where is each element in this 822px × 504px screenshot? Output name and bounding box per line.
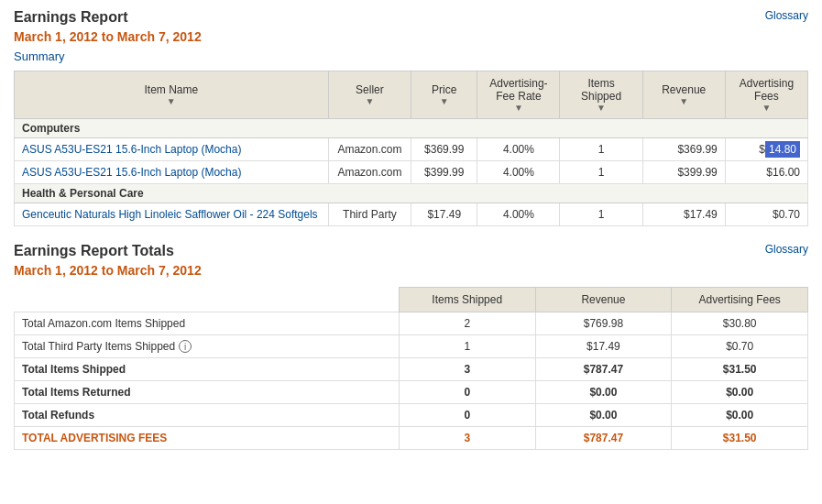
totals-items-shipped: 3 bbox=[399, 358, 535, 381]
date-range: March 1, 2012 to March 7, 2012 bbox=[14, 29, 808, 44]
totals-row: Total Amazon.com Items Shipped2$769.98$3… bbox=[15, 312, 808, 335]
totals-adv-fees: $30.80 bbox=[672, 312, 808, 335]
totals-row: Total Items Shipped3$787.47$31.50 bbox=[15, 358, 808, 381]
totals-row: Total Third Party Items Shippedi1$17.49$… bbox=[15, 335, 808, 358]
highlighted-value: 14.80 bbox=[765, 141, 800, 158]
col-revenue: Revenue ▼ bbox=[642, 71, 725, 119]
item-adv-fee-rate: 4.00% bbox=[477, 138, 560, 161]
col-price: Price ▼ bbox=[411, 71, 477, 119]
col-adv-fee-rate: Advertising-Fee Rate ▼ bbox=[477, 71, 560, 119]
item-adv-fees: $0.70 bbox=[725, 203, 807, 226]
item-price: $369.99 bbox=[411, 138, 477, 161]
col-items-shipped: Items Shipped ▼ bbox=[560, 71, 642, 119]
item-seller: Amazon.com bbox=[328, 138, 411, 161]
glossary-link-totals[interactable]: Glossary bbox=[765, 243, 808, 256]
totals-col-revenue: Revenue bbox=[535, 288, 672, 312]
totals-label: Total Amazon.com Items Shipped bbox=[15, 312, 400, 335]
item-seller: Third Party bbox=[328, 203, 411, 226]
info-icon[interactable]: i bbox=[179, 340, 192, 353]
totals-table: Items Shipped Revenue Advertising Fees T… bbox=[14, 287, 808, 450]
item-adv-fee-rate: 4.00% bbox=[477, 161, 560, 184]
earnings-table: Item Name ▼ Seller ▼ Price ▼ Advertising… bbox=[14, 71, 808, 226]
col-seller: Seller ▼ bbox=[328, 71, 411, 119]
summary-link[interactable]: Summary bbox=[14, 49, 65, 63]
totals-label: Total Items Returned bbox=[15, 381, 400, 404]
table-row: Genceutic Naturals High Linoleic Safflow… bbox=[15, 203, 808, 226]
totals-items-shipped: 1 bbox=[399, 335, 535, 358]
item-price: $17.49 bbox=[411, 203, 477, 226]
totals-revenue: $17.49 bbox=[535, 335, 672, 358]
totals-revenue: $769.98 bbox=[535, 312, 672, 335]
totals-items-shipped: 0 bbox=[399, 404, 535, 427]
item-link[interactable]: ASUS A53U-ES21 15.6-Inch Laptop (Mocha) bbox=[22, 166, 241, 179]
category-row: Computers bbox=[15, 119, 808, 138]
totals-items-shipped: 2 bbox=[399, 312, 535, 335]
totals-label: Total Items Shipped bbox=[15, 358, 400, 381]
totals-label: Total Refunds bbox=[15, 404, 400, 427]
item-adv-fees: $14.80 bbox=[725, 138, 807, 161]
table-row: ASUS A53U-ES21 15.6-Inch Laptop (Mocha)A… bbox=[15, 161, 808, 184]
totals-adv-fees: $0.00 bbox=[672, 381, 808, 404]
item-adv-fees: $16.00 bbox=[725, 161, 807, 184]
totals-label: TOTAL ADVERTISING FEES bbox=[15, 427, 400, 450]
item-link[interactable]: Genceutic Naturals High Linoleic Safflow… bbox=[22, 208, 318, 221]
totals-revenue: $0.00 bbox=[535, 404, 672, 427]
totals-row: Total Refunds0$0.00$0.00 bbox=[15, 404, 808, 427]
totals-adv-fees: $31.50 bbox=[672, 358, 808, 381]
totals-row: TOTAL ADVERTISING FEES3$787.47$31.50 bbox=[15, 427, 808, 450]
glossary-link-top[interactable]: Glossary bbox=[765, 9, 808, 22]
totals-revenue: $0.00 bbox=[535, 381, 672, 404]
item-price: $399.99 bbox=[411, 161, 477, 184]
totals-header: Glossary Earnings Report Totals bbox=[14, 243, 808, 259]
totals-date-range: March 1, 2012 to March 7, 2012 bbox=[14, 263, 808, 278]
item-items-shipped: 1 bbox=[560, 138, 642, 161]
totals-row: Total Items Returned0$0.00$0.00 bbox=[15, 381, 808, 404]
totals-adv-fees: $0.70 bbox=[672, 335, 808, 358]
col-item-name: Item Name ▼ bbox=[15, 71, 329, 119]
page-title: Earnings Report bbox=[14, 9, 127, 25]
col-adv-fees: Advertising Fees ▼ bbox=[725, 71, 807, 119]
item-revenue: $369.99 bbox=[642, 138, 725, 161]
item-items-shipped: 1 bbox=[560, 161, 642, 184]
table-row: ASUS A53U-ES21 15.6-Inch Laptop (Mocha)A… bbox=[15, 138, 808, 161]
item-items-shipped: 1 bbox=[560, 203, 642, 226]
totals-revenue: $787.47 bbox=[535, 358, 672, 381]
item-link[interactable]: ASUS A53U-ES21 15.6-Inch Laptop (Mocha) bbox=[22, 143, 241, 156]
totals-items-shipped: 0 bbox=[399, 381, 535, 404]
totals-title: Earnings Report Totals bbox=[14, 243, 174, 258]
item-revenue: $17.49 bbox=[642, 203, 725, 226]
item-adv-fee-rate: 4.00% bbox=[477, 203, 560, 226]
totals-revenue: $787.47 bbox=[535, 427, 672, 450]
totals-col-shipped: Items Shipped bbox=[399, 288, 535, 312]
category-row: Health & Personal Care bbox=[15, 184, 808, 203]
item-revenue: $399.99 bbox=[642, 161, 725, 184]
totals-adv-fees: $31.50 bbox=[672, 427, 808, 450]
totals-items-shipped: 3 bbox=[399, 427, 535, 450]
totals-col-adv-fees: Advertising Fees bbox=[672, 288, 808, 312]
item-seller: Amazon.com bbox=[328, 161, 411, 184]
totals-adv-fees: $0.00 bbox=[672, 404, 808, 427]
totals-label: Total Third Party Items Shippedi bbox=[15, 335, 400, 358]
